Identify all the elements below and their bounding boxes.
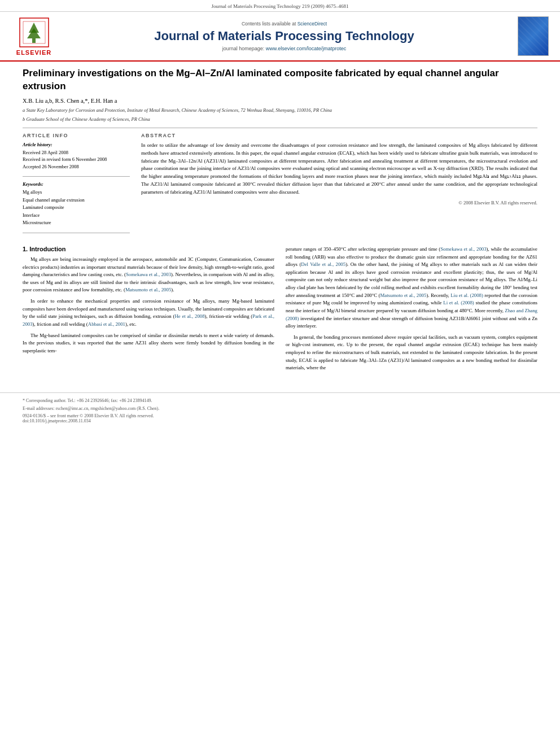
corresponding-author: * Corresponding author. Tel.: +86 24 239… (23, 397, 537, 404)
section1-para2: In order to enhance the mechanical prope… (23, 298, 274, 329)
journal-title: Journal of Materials Processing Technolo… (56, 29, 512, 43)
article-info-col: ARTICLE INFO Article history: Received 2… (23, 133, 130, 238)
page-container: Journal of Materials Processing Technolo… (0, 0, 560, 747)
keyword-microstructure: Microstructure (23, 219, 130, 227)
contents-prefix: Contents lists available at (242, 21, 298, 27)
keywords-label: Keywords: (23, 181, 130, 187)
keyword-interface: Interface (23, 212, 130, 220)
journal-homepage-line: journal homepage: www.elsevier.com/locat… (56, 46, 512, 51)
elsevier-logo: ELSEVIER (11, 17, 56, 56)
sciencedirect-link[interactable]: ScienceDirect (298, 21, 327, 27)
article-body: Preliminary investigations on the Mg–Al–… (0, 62, 560, 387)
ref-he2008[interactable]: He et al., 2008 (174, 313, 204, 319)
journal-cover (512, 16, 549, 56)
ref-somekawa2003-1[interactable]: Somekawa et al., 2003 (126, 272, 171, 277)
ref-li2008[interactable]: Li et al. (2008) (443, 300, 474, 305)
contents-available-line: Contents lists available at ScienceDirec… (56, 21, 512, 27)
ref-matsumoto2005-1[interactable]: Matsumoto et al., 2005 (125, 287, 171, 292)
elsevier-tree-icon (19, 17, 50, 48)
keywords-section: Keywords: Mg alloys Equal channel angula… (23, 181, 130, 227)
journal-header: ELSEVIER Contents lists available at Sci… (0, 12, 560, 62)
email-addresses: E-mail addresses: rschen@imr.ac.cn, rmgs… (23, 405, 537, 412)
main-content: 1. Introduction Mg alloys are being incr… (23, 246, 537, 375)
cover-placeholder-inner (518, 17, 548, 55)
accepted-date: Accepted 26 November 2008 (23, 163, 130, 171)
section1-para1: Mg alloys are being increasingly employe… (23, 256, 274, 294)
keyword-mg-alloys: Mg alloys (23, 189, 130, 196)
ref-liu2008[interactable]: Liu et al. (2008) (450, 292, 483, 298)
ref-somekawa2003-2[interactable]: Somekawa et al., 2003 (440, 246, 486, 252)
doi-line: doi:10.1016/j.jmatprotec.2008.11.034 (23, 418, 537, 423)
abstract-text: In order to utilize the advantage of low… (141, 142, 537, 197)
section1-right-para2: In general, the bonding processes mentio… (286, 334, 537, 372)
svg-marker-3 (27, 28, 41, 38)
copyright-line: © 2008 Elsevier B.V. All rights reserved… (141, 200, 537, 206)
ref-zhao2008[interactable]: Zhao and Zhang (2008) (286, 308, 537, 321)
main-left-col: 1. Introduction Mg alloys are being incr… (23, 246, 274, 375)
main-right-col: perature ranges of 350–450°C after selec… (286, 246, 537, 375)
ref-delvalle2005[interactable]: Del Valle et al., 2005 (301, 261, 345, 267)
ref-abbasi2001[interactable]: Abbasi et al., 2001 (88, 321, 125, 327)
ref-park2003[interactable]: Park et al., 2003 (23, 313, 274, 327)
received-date: Received 28 April 2008 (23, 149, 130, 156)
revised-date: Received in revised form 6 November 2008 (23, 156, 130, 163)
article-title: Preliminary investigations on the Mg–Al–… (23, 67, 537, 93)
journal-homepage-link[interactable]: www.elsevier.com/locate/jmatprotec (266, 46, 347, 51)
history-label: Article history: (23, 142, 130, 147)
homepage-prefix: journal homepage: (222, 46, 266, 51)
section1-para3: The Mg-based laminated composites can be… (23, 332, 274, 355)
divider-2 (23, 176, 130, 177)
issn-line: 0924-0136/$ – see front matter © 2008 El… (23, 413, 537, 418)
authors: X.B. Liu a,b, R.S. Chen a,*, E.H. Han a (23, 98, 117, 104)
svg-rect-4 (32, 38, 36, 43)
authors-line: X.B. Liu a,b, R.S. Chen a,*, E.H. Han a (23, 98, 537, 104)
article-history: Article history: Received 28 April 2008 … (23, 142, 130, 171)
footer-area: * Corresponding author. Tel.: +86 24 239… (0, 392, 560, 426)
section1-right-para1: perature ranges of 350–450°C after selec… (286, 246, 537, 330)
affiliation-a: a State Key Laboratory for Corrosion and… (23, 107, 537, 114)
abstract-label: ABSTRACT (141, 133, 537, 138)
section1-heading: 1. Introduction (23, 246, 274, 252)
article-info-label: ARTICLE INFO (23, 133, 130, 138)
ref-matsumoto2005-2[interactable]: Matsumoto et al., 2005 (380, 292, 426, 298)
journal-citation: Journal of Materials Processing Technolo… (212, 3, 349, 9)
keyword-laminated: Laminated composite (23, 204, 130, 212)
journal-title-area: Contents lists available at ScienceDirec… (56, 21, 512, 51)
affiliation-b: b Graduate School of the Chinese Academy… (23, 116, 537, 123)
keyword-ecae: Equal channel angular extrusion (23, 196, 130, 204)
abstract-col: ABSTRACT In order to utilize the advanta… (141, 133, 537, 238)
elsevier-label: ELSEVIER (16, 49, 51, 56)
divider-3 (23, 233, 130, 233)
divider-1 (23, 128, 537, 128)
article-info-abstract: ARTICLE INFO Article history: Received 2… (23, 133, 537, 238)
cover-placeholder-box (518, 16, 549, 56)
journal-citation-bar: Journal of Materials Processing Technolo… (0, 0, 560, 12)
